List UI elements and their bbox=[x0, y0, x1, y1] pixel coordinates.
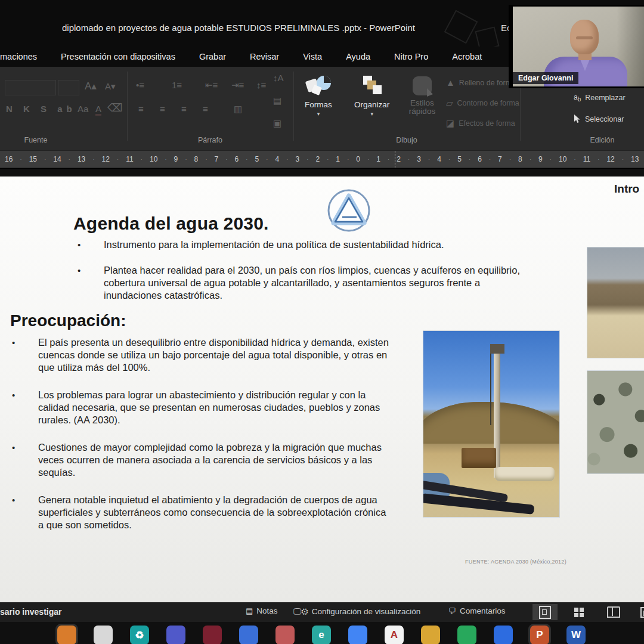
display-settings-label: Configuración de visualización bbox=[312, 607, 420, 616]
firefox-icon[interactable] bbox=[57, 626, 76, 644]
efectos-forma-button[interactable]: ◪ Efectos de forma bbox=[446, 118, 515, 129]
app-circle-icon[interactable] bbox=[275, 626, 295, 644]
folder-icon[interactable] bbox=[421, 626, 440, 644]
webcam-overlay[interactable]: Edgar Giovanni bbox=[509, 5, 644, 88]
teams-icon[interactable] bbox=[166, 626, 185, 644]
slide-canvas[interactable]: Intro Agenda del agua 2030. Instrumento … bbox=[0, 177, 644, 602]
ruler-number: 8 bbox=[194, 155, 199, 163]
ruler-number: 12 bbox=[606, 155, 614, 163]
powerpoint-icon[interactable]: P bbox=[530, 626, 549, 644]
increase-font-icon[interactable]: A▴ bbox=[85, 80, 97, 92]
reading-view-button[interactable] bbox=[601, 604, 626, 620]
display-settings-button[interactable]: 🖵⚙ Configuración de visualización bbox=[293, 606, 420, 617]
ribbon-tab-6[interactable]: Nitro Pro bbox=[394, 52, 428, 61]
bullet-list-icon[interactable]: •≡ bbox=[136, 80, 144, 90]
whatsapp-icon[interactable] bbox=[457, 626, 476, 644]
clear-format-icon[interactable]: ⌫ bbox=[107, 101, 122, 114]
group-label-dibujo: Dibujo bbox=[293, 136, 520, 144]
font-name-box[interactable] bbox=[5, 80, 56, 95]
ribbon-tab-5[interactable]: Ayuda bbox=[346, 52, 370, 61]
arrange-icon bbox=[358, 74, 386, 100]
notes-icon: ▤ bbox=[246, 606, 253, 615]
comments-icon: 🗩 bbox=[448, 606, 456, 615]
shape-fill-icon: ▲ bbox=[446, 78, 455, 88]
bold-italic-underline-icons[interactable]: N K S ab bbox=[6, 104, 76, 114]
ruler[interactable]: 16·15·14·13·12·11·10·9·8·7·6·5·4·3·2·1·0… bbox=[0, 150, 644, 168]
slide-sorter-view-button[interactable] bbox=[566, 604, 592, 620]
shape-effects-icon: ◪ bbox=[446, 118, 454, 129]
quick-styles-icon bbox=[409, 74, 435, 99]
screen: diplomado en proyectos de agua potable E… bbox=[0, 0, 644, 644]
line-spacing-icon[interactable]: ↕≡ bbox=[256, 80, 266, 90]
word-icon[interactable]: W bbox=[566, 626, 586, 644]
align-right-icon[interactable]: ≡ bbox=[181, 104, 187, 114]
edge-icon[interactable]: e bbox=[312, 626, 331, 644]
ruler-number: 9 bbox=[538, 155, 543, 163]
ribbon-tab-4[interactable]: Vista bbox=[303, 52, 322, 61]
ruler-number: 13 bbox=[78, 155, 85, 163]
seleccionar-button[interactable]: Seleccionar bbox=[574, 114, 624, 123]
relleno-forma-button[interactable]: ▲ Relleno de forma bbox=[446, 78, 516, 88]
ruler-tick: · bbox=[20, 156, 22, 162]
align-text-icon[interactable]: ▤ bbox=[273, 95, 281, 106]
ruler-number: 0 bbox=[356, 155, 360, 163]
list-item: Plantea hacer realidad para el 2030, un … bbox=[73, 264, 535, 302]
recycle-icon[interactable]: ♻ bbox=[130, 626, 149, 644]
powerpoint-icon-slot: P bbox=[528, 624, 551, 644]
document-icon[interactable] bbox=[94, 626, 113, 644]
chrome-icon[interactable] bbox=[348, 626, 367, 644]
estilos-rapidos-button[interactable]: Estilos rápidos bbox=[403, 74, 441, 116]
decrease-font-icon[interactable]: A▾ bbox=[105, 81, 116, 92]
edge-icon-slot: e bbox=[310, 624, 333, 644]
formas-button[interactable]: Formas ▾ bbox=[304, 74, 333, 117]
organizar-button[interactable]: Organizar ▾ bbox=[354, 74, 389, 117]
numbered-list-icon[interactable]: 1≡ bbox=[172, 80, 182, 90]
ruler-tick: · bbox=[574, 156, 576, 162]
replace-icon: ab bbox=[574, 93, 581, 103]
zoom-icon[interactable] bbox=[494, 626, 513, 644]
justify-icon[interactable]: ≡ bbox=[203, 104, 208, 114]
text-direction-icon[interactable]: ↕A bbox=[273, 73, 284, 83]
reemplazar-button[interactable]: ab Reemplazar bbox=[574, 93, 626, 103]
decrease-indent-icon[interactable]: ⇤≡ bbox=[205, 80, 218, 91]
align-left-icon[interactable]: ≡ bbox=[138, 104, 144, 114]
align-center-icon[interactable]: ≡ bbox=[160, 104, 165, 114]
list-item: Instrumento para la implementación de un… bbox=[73, 239, 535, 251]
ruler-tick: · bbox=[306, 156, 308, 162]
change-case-icon[interactable]: Aa bbox=[78, 104, 88, 114]
reading-view-icon bbox=[607, 606, 620, 618]
display-settings-icon: 🖵⚙ bbox=[293, 606, 308, 617]
ruler-tick: · bbox=[367, 156, 369, 162]
ribbon-tab-1[interactable]: Presentación con diapositivas bbox=[61, 52, 175, 61]
columns-icon[interactable]: ▥ bbox=[234, 104, 242, 114]
list-item: Cuestiones de mayor complejidad como la … bbox=[7, 441, 389, 479]
ruler-number: 11 bbox=[126, 155, 133, 163]
water-agency-logo-icon bbox=[324, 188, 373, 233]
smartart-icon[interactable]: ▣ bbox=[273, 118, 281, 129]
paint3d-icon[interactable] bbox=[239, 626, 258, 644]
font-color-icon[interactable]: A bbox=[95, 104, 101, 116]
chevron-down-icon: ▾ bbox=[370, 111, 373, 117]
autocad-icon[interactable]: A bbox=[385, 626, 404, 644]
ruler-tick: · bbox=[388, 156, 389, 162]
ruler-tick: · bbox=[44, 156, 46, 162]
comentarios-button[interactable]: 🗩 Comentarios bbox=[448, 606, 506, 615]
contorno-forma-button[interactable]: ▱ Contorno de forma bbox=[446, 98, 519, 109]
ribbon-tab-2[interactable]: Grabar bbox=[199, 52, 226, 61]
ruler-tick: · bbox=[530, 156, 531, 162]
ribbon-tab-0[interactable]: maciones bbox=[0, 52, 37, 61]
ribbon-tab-3[interactable]: Revisar bbox=[250, 52, 279, 61]
normal-view-button[interactable] bbox=[532, 604, 558, 620]
webcam-video: Edgar Giovanni bbox=[513, 7, 644, 86]
slideshow-view-button[interactable] bbox=[634, 604, 644, 620]
font-size-box[interactable] bbox=[58, 80, 79, 95]
notas-button[interactable]: ▤ Notas bbox=[246, 606, 278, 615]
increase-indent-icon[interactable]: ⇥≡ bbox=[231, 80, 244, 91]
ruler-tick: · bbox=[92, 156, 94, 162]
teams-icon-slot bbox=[165, 624, 187, 644]
ribbon-tab-7[interactable]: Acrobat bbox=[452, 52, 482, 61]
ruler-number: 16 bbox=[5, 155, 13, 163]
group-label-edicion: Edición bbox=[561, 136, 644, 144]
ruler-tick: · bbox=[550, 156, 552, 162]
app-red-icon[interactable] bbox=[203, 626, 222, 644]
